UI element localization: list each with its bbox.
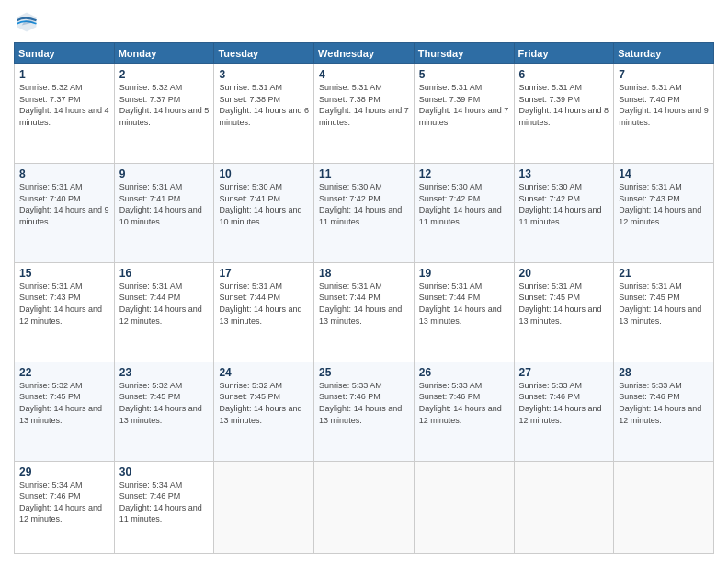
daylight-label: Daylight: 14 hours and 13 minutes. (319, 404, 402, 425)
sunrise-label: Sunrise: 5:31 AM (319, 83, 382, 92)
sunrise-label: Sunrise: 5:31 AM (119, 282, 183, 291)
daylight-label: Daylight: 14 hours and 11 minutes. (419, 205, 502, 226)
calendar-cell: 22 Sunrise: 5:32 AM Sunset: 7:45 PM Dayl… (15, 362, 115, 461)
daylight-label: Daylight: 14 hours and 12 minutes. (619, 205, 701, 226)
calendar-week-row: 15 Sunrise: 5:31 AM Sunset: 7:43 PM Dayl… (15, 262, 714, 362)
calendar-cell (414, 461, 514, 553)
day-info: Sunrise: 5:31 AM Sunset: 7:44 PM Dayligh… (219, 281, 309, 327)
sunrise-label: Sunrise: 5:31 AM (519, 83, 583, 92)
daylight-label: Daylight: 14 hours and 12 minutes. (19, 304, 102, 326)
sunset-label: Sunset: 7:45 PM (519, 293, 581, 302)
calendar-cell: 2 Sunrise: 5:32 AM Sunset: 7:37 PM Dayli… (114, 64, 214, 164)
day-number: 29 (19, 465, 109, 478)
logo-icon (14, 9, 40, 35)
sunrise-label: Sunrise: 5:30 AM (319, 182, 382, 191)
sunrise-label: Sunrise: 5:34 AM (19, 480, 83, 489)
sunset-label: Sunset: 7:44 PM (319, 293, 381, 302)
calendar-cell (214, 461, 314, 553)
sunrise-label: Sunrise: 5:31 AM (119, 182, 183, 191)
sunrise-label: Sunrise: 5:32 AM (119, 83, 183, 92)
calendar-week-row: 29 Sunrise: 5:34 AM Sunset: 7:46 PM Dayl… (15, 461, 714, 553)
day-info: Sunrise: 5:31 AM Sunset: 7:43 PM Dayligh… (619, 181, 709, 227)
sunset-label: Sunset: 7:40 PM (19, 194, 81, 203)
sunrise-label: Sunrise: 5:31 AM (619, 282, 682, 291)
day-number: 10 (219, 167, 309, 180)
daylight-label: Daylight: 14 hours and 12 minutes. (519, 404, 602, 425)
calendar-cell: 20 Sunrise: 5:31 AM Sunset: 7:45 PM Dayl… (514, 262, 614, 362)
sunset-label: Sunset: 7:41 PM (219, 194, 280, 203)
daylight-label: Daylight: 14 hours and 8 minutes. (519, 106, 609, 127)
day-number: 25 (319, 366, 409, 379)
calendar-cell: 24 Sunrise: 5:32 AM Sunset: 7:45 PM Dayl… (214, 362, 314, 461)
day-info: Sunrise: 5:31 AM Sunset: 7:45 PM Dayligh… (519, 281, 609, 327)
day-info: Sunrise: 5:32 AM Sunset: 7:45 PM Dayligh… (19, 380, 109, 426)
daylight-label: Daylight: 14 hours and 13 minutes. (219, 304, 301, 326)
sunset-label: Sunset: 7:45 PM (219, 392, 280, 401)
day-info: Sunrise: 5:30 AM Sunset: 7:41 PM Dayligh… (219, 181, 309, 227)
day-number: 22 (19, 366, 109, 379)
day-info: Sunrise: 5:31 AM Sunset: 7:45 PM Dayligh… (619, 281, 709, 327)
sunrise-label: Sunrise: 5:31 AM (519, 282, 583, 291)
calendar-cell: 4 Sunrise: 5:31 AM Sunset: 7:38 PM Dayli… (314, 64, 415, 164)
sunset-label: Sunset: 7:40 PM (619, 95, 680, 104)
sunset-label: Sunset: 7:37 PM (119, 95, 181, 104)
daylight-label: Daylight: 14 hours and 4 minutes. (19, 106, 109, 127)
day-info: Sunrise: 5:33 AM Sunset: 7:46 PM Dayligh… (619, 380, 709, 426)
calendar-cell: 16 Sunrise: 5:31 AM Sunset: 7:44 PM Dayl… (114, 262, 214, 362)
day-number: 9 (119, 167, 210, 180)
day-number: 4 (319, 68, 409, 81)
day-number: 21 (619, 267, 709, 280)
sunset-label: Sunset: 7:44 PM (219, 293, 280, 302)
sunrise-label: Sunrise: 5:31 AM (619, 83, 682, 92)
daylight-label: Daylight: 14 hours and 12 minutes. (619, 404, 701, 425)
day-info: Sunrise: 5:30 AM Sunset: 7:42 PM Dayligh… (319, 181, 409, 227)
daylight-label: Daylight: 14 hours and 9 minutes. (19, 205, 109, 226)
day-info: Sunrise: 5:32 AM Sunset: 7:37 PM Dayligh… (19, 82, 109, 128)
calendar-table: SundayMondayTuesdayWednesdayThursdayFrid… (14, 42, 714, 554)
calendar-cell: 30 Sunrise: 5:34 AM Sunset: 7:46 PM Dayl… (114, 461, 214, 553)
calendar-cell: 27 Sunrise: 5:33 AM Sunset: 7:46 PM Dayl… (514, 362, 614, 461)
calendar-cell: 21 Sunrise: 5:31 AM Sunset: 7:45 PM Dayl… (614, 262, 714, 362)
day-info: Sunrise: 5:31 AM Sunset: 7:40 PM Dayligh… (19, 181, 109, 227)
sunset-label: Sunset: 7:45 PM (119, 392, 181, 401)
calendar-header-cell: Tuesday (214, 43, 314, 64)
calendar-cell: 17 Sunrise: 5:31 AM Sunset: 7:44 PM Dayl… (214, 262, 314, 362)
sunset-label: Sunset: 7:46 PM (519, 392, 581, 401)
sunrise-label: Sunrise: 5:31 AM (619, 182, 682, 191)
sunrise-label: Sunrise: 5:30 AM (419, 182, 483, 191)
sunrise-label: Sunrise: 5:31 AM (219, 83, 282, 92)
sunset-label: Sunset: 7:46 PM (19, 491, 81, 500)
calendar-cell: 5 Sunrise: 5:31 AM Sunset: 7:39 PM Dayli… (414, 64, 514, 164)
sunset-label: Sunset: 7:46 PM (419, 392, 481, 401)
calendar-cell: 7 Sunrise: 5:31 AM Sunset: 7:40 PM Dayli… (614, 64, 714, 164)
day-number: 5 (419, 68, 509, 81)
calendar-cell (314, 461, 415, 553)
sunrise-label: Sunrise: 5:31 AM (19, 282, 83, 291)
sunrise-label: Sunrise: 5:32 AM (19, 381, 83, 390)
day-info: Sunrise: 5:31 AM Sunset: 7:38 PM Dayligh… (319, 82, 409, 128)
logo (14, 9, 43, 35)
page: SundayMondayTuesdayWednesdayThursdayFrid… (0, 0, 728, 563)
daylight-label: Daylight: 14 hours and 6 minutes. (219, 106, 309, 127)
header (14, 9, 714, 35)
sunset-label: Sunset: 7:42 PM (419, 194, 481, 203)
calendar-cell: 15 Sunrise: 5:31 AM Sunset: 7:43 PM Dayl… (15, 262, 115, 362)
daylight-label: Daylight: 14 hours and 11 minutes. (119, 503, 202, 524)
day-number: 24 (219, 366, 309, 379)
sunset-label: Sunset: 7:38 PM (319, 95, 381, 104)
daylight-label: Daylight: 14 hours and 13 minutes. (519, 304, 602, 326)
daylight-label: Daylight: 14 hours and 13 minutes. (119, 404, 202, 425)
sunset-label: Sunset: 7:46 PM (619, 392, 680, 401)
day-info: Sunrise: 5:32 AM Sunset: 7:37 PM Dayligh… (119, 82, 210, 128)
daylight-label: Daylight: 14 hours and 13 minutes. (619, 304, 701, 326)
daylight-label: Daylight: 14 hours and 13 minutes. (219, 404, 301, 425)
day-number: 17 (219, 267, 309, 280)
sunset-label: Sunset: 7:39 PM (519, 95, 581, 104)
day-number: 27 (519, 366, 609, 379)
calendar-cell: 28 Sunrise: 5:33 AM Sunset: 7:46 PM Dayl… (614, 362, 714, 461)
calendar-cell: 12 Sunrise: 5:30 AM Sunset: 7:42 PM Dayl… (414, 163, 514, 262)
day-number: 28 (619, 366, 709, 379)
sunset-label: Sunset: 7:41 PM (119, 194, 181, 203)
day-number: 13 (519, 167, 609, 180)
calendar-header-cell: Thursday (414, 43, 514, 64)
